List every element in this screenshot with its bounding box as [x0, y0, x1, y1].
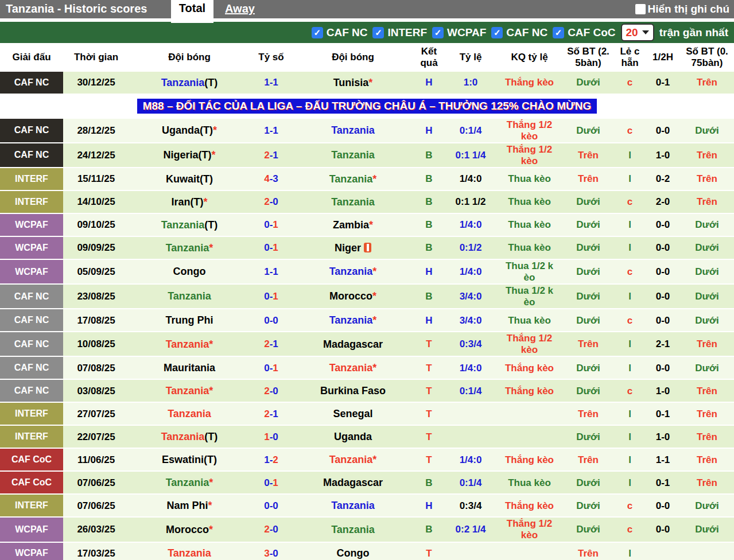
league-badge: WCPAF: [0, 518, 63, 541]
ad-banner[interactable]: M88 – ĐỐI TÁC CỦA LA LIGA – ĐẤU TRƯỜNG C…: [137, 99, 597, 114]
home-team[interactable]: Trung Phi: [129, 309, 250, 332]
show-notes-toggle[interactable]: Hiển thị ghi chú: [635, 3, 730, 15]
away-team[interactable]: Niger: [293, 236, 413, 259]
odd-even: c: [614, 517, 646, 542]
first-half-score: [646, 542, 680, 560]
star-marker: *: [203, 196, 207, 208]
league-badge: INTERF: [0, 168, 63, 190]
league-cell: WCPAF: [0, 259, 63, 284]
home-team[interactable]: Tanzania*: [129, 236, 250, 259]
handicap-odds: 1:0: [445, 72, 496, 94]
handicap-odds: 1/4:0: [445, 259, 496, 284]
over-under-25: Dưới: [562, 284, 614, 309]
away-team[interactable]: Madagascar: [293, 332, 413, 356]
home-team[interactable]: Iran(T)*: [129, 190, 250, 213]
away-team[interactable]: Congo: [293, 542, 413, 560]
score: 3-0: [250, 542, 293, 560]
home-team[interactable]: Tanzania: [129, 542, 250, 560]
handicap-result: Thua kèo: [496, 236, 562, 259]
home-team[interactable]: Uganda(T)*: [129, 118, 250, 143]
away-team[interactable]: Tanzania*: [293, 356, 413, 379]
home-team[interactable]: Tanzania(T): [129, 213, 250, 236]
away-team[interactable]: Tanzania: [293, 143, 413, 168]
away-team[interactable]: Tanzania: [293, 517, 413, 542]
away-team[interactable]: Tanzania: [293, 118, 413, 143]
match-date: 09/09/25: [63, 236, 129, 259]
result-letter: T: [413, 425, 445, 448]
league-cell: INTERF: [0, 190, 63, 213]
over-under-075: Dưới: [680, 309, 734, 332]
league-cell: CAF NC: [0, 143, 63, 168]
first-half-score: 0-1: [646, 402, 680, 425]
match-date: 26/03/25: [63, 517, 129, 542]
home-team[interactable]: Morocco*: [129, 517, 250, 542]
away-team[interactable]: Tanzania: [293, 494, 413, 517]
star-marker: *: [372, 314, 376, 326]
away-team[interactable]: Zambia*: [293, 213, 413, 236]
home-team[interactable]: Congo: [129, 259, 250, 284]
away-team[interactable]: Tanzania*: [293, 309, 413, 332]
odd-even: c: [614, 72, 646, 94]
filter-checkbox-caf-nc[interactable]: ✓CAF NC: [312, 26, 368, 39]
team-suffix: (T): [191, 196, 204, 208]
away-team[interactable]: Morocco*: [293, 284, 413, 309]
home-team[interactable]: Tanzania*: [129, 332, 250, 356]
checkbox-checked-icon[interactable]: ✓: [491, 27, 503, 38]
match-row: WCPAF26/03/25Morocco*2-0TanzaniaB0:2 1/4…: [0, 517, 734, 542]
handicap-result: Thua 1/2 k èo: [496, 259, 562, 284]
away-team[interactable]: Madagascar: [293, 471, 413, 494]
home-team[interactable]: Tanzania(T): [129, 425, 250, 448]
filter-checkbox-interf[interactable]: ✓INTERF: [372, 26, 427, 39]
filter-checkbox-caf-nc[interactable]: ✓CAF NC: [491, 26, 547, 39]
checkbox-checked-icon[interactable]: ✓: [312, 27, 323, 38]
checkbox-checked-icon[interactable]: ✓: [432, 27, 444, 38]
filter-checkbox-caf-coc[interactable]: ✓CAF CoC: [553, 26, 615, 39]
checkbox-checked-icon[interactable]: ✓: [553, 27, 564, 38]
away-team[interactable]: Tunisia*: [293, 72, 413, 94]
match-date: 14/10/25: [63, 190, 129, 213]
match-count-suffix-label: trận gần nhất: [659, 26, 728, 39]
away-team[interactable]: Tanzania*: [293, 448, 413, 471]
star-marker: *: [372, 290, 376, 302]
away-team[interactable]: Tanzania: [293, 190, 413, 213]
handicap-odds: 1/4:0: [445, 448, 496, 471]
home-team[interactable]: Eswatini(T): [129, 448, 250, 471]
result-letter: H: [413, 72, 445, 94]
team-name: Tanzania: [168, 290, 211, 302]
match-date: 10/08/25: [63, 332, 129, 356]
team-suffix: (T): [204, 431, 218, 442]
match-count-select[interactable]: 20: [621, 24, 654, 41]
tab-away[interactable]: Away: [225, 2, 255, 15]
home-team[interactable]: Tanzania: [129, 402, 250, 425]
away-team[interactable]: Senegal: [293, 402, 413, 425]
filter-checkbox-wcpaf[interactable]: ✓WCPAF: [432, 26, 486, 39]
handicap-odds: 0:1/4: [445, 118, 496, 143]
home-team[interactable]: Tanzania: [129, 284, 250, 309]
away-team[interactable]: Tanzania*: [293, 259, 413, 284]
chevron-down-icon: [642, 30, 649, 34]
team-suffix: (T): [200, 173, 213, 185]
over-under-075: Trên: [680, 190, 734, 213]
home-team[interactable]: Mauritania: [129, 356, 250, 379]
tab-total[interactable]: Total: [171, 0, 213, 23]
away-team[interactable]: Burkina Faso: [293, 379, 413, 402]
team-name: Niger: [335, 242, 361, 254]
away-team[interactable]: Uganda: [293, 425, 413, 448]
away-team[interactable]: Tanzania*: [293, 168, 413, 190]
checkbox-checked-icon[interactable]: ✓: [372, 27, 384, 38]
result-letter: H: [413, 118, 445, 143]
star-marker: *: [372, 266, 376, 277]
checkbox-unchecked-icon[interactable]: [635, 4, 646, 14]
match-row: INTERF14/10/25Iran(T)*2-0TanzaniaB0:1 1/…: [0, 190, 734, 213]
team-name: Tanzania: [331, 125, 375, 136]
home-team[interactable]: Tanzania*: [129, 379, 250, 402]
odd-even: l: [614, 542, 646, 560]
over-under-25: Dưới: [562, 494, 614, 517]
home-team[interactable]: Kuwait(T): [129, 168, 250, 190]
home-team[interactable]: Nam Phi*: [129, 494, 250, 517]
score: 1-2: [250, 448, 293, 471]
home-team[interactable]: Tanzania(T): [129, 72, 250, 94]
over-under-075: Dưới: [680, 494, 734, 517]
home-team[interactable]: Tanzania*: [129, 471, 250, 494]
home-team[interactable]: Nigeria(T)*: [129, 143, 250, 168]
